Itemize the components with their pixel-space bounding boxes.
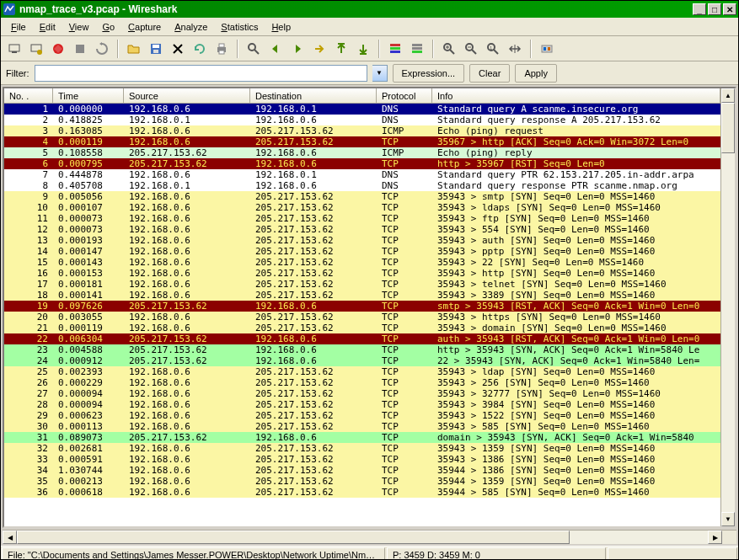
menu-file[interactable]: File <box>4 20 33 34</box>
cell: TCP <box>377 301 432 312</box>
cell: 35943 > pptp [SYN] Seq=0 Len=0 MSS=1460 <box>432 246 720 257</box>
packet-row[interactable]: 350.000213192.168.0.6205.217.153.62TCP35… <box>4 476 720 487</box>
packet-row[interactable]: 250.002393192.168.0.6205.217.153.62TCP35… <box>4 366 720 377</box>
packet-row[interactable]: 140.000147192.168.0.6205.217.153.62TCP35… <box>4 246 720 257</box>
open-icon[interactable] <box>124 39 144 59</box>
find-icon[interactable] <box>244 39 264 59</box>
packet-row[interactable]: 110.000073192.168.0.6205.217.153.62TCP35… <box>4 213 720 224</box>
column-header-no[interactable]: No. . <box>4 88 53 103</box>
cell: TCP <box>377 257 432 268</box>
packet-rows[interactable]: 10.000000192.168.0.6192.168.0.1DNSStanda… <box>4 104 720 526</box>
expression-button[interactable]: Expression... <box>393 64 465 83</box>
packet-row[interactable]: 290.000623192.168.0.6205.217.153.62TCP35… <box>4 410 720 421</box>
packet-row[interactable]: 220.006304205.217.153.62192.168.0.6TCPau… <box>4 333 720 344</box>
scroll-up-icon[interactable]: ▲ <box>721 88 735 103</box>
cell: Standard query A scanme.insecure.org <box>432 104 720 115</box>
first-icon[interactable] <box>331 39 351 59</box>
packet-row[interactable]: 70.444878192.168.0.6192.168.0.1DNSStanda… <box>4 169 720 180</box>
packet-row[interactable]: 280.000094192.168.0.6205.217.153.62TCP35… <box>4 399 720 410</box>
packet-row[interactable]: 40.000119192.168.0.6205.217.153.62TCP359… <box>4 136 720 147</box>
packet-row[interactable]: 100.000107192.168.0.6205.217.153.62TCP35… <box>4 202 720 213</box>
restart-icon[interactable] <box>92 39 112 59</box>
menu-view[interactable]: View <box>62 20 96 34</box>
packet-row[interactable]: 330.000591192.168.0.6205.217.153.62TCP35… <box>4 454 720 465</box>
packet-row[interactable]: 190.097626205.217.153.62192.168.0.6TCPsm… <box>4 301 720 312</box>
back-icon[interactable] <box>265 39 286 59</box>
print-icon[interactable] <box>212 39 232 59</box>
packet-row[interactable]: 270.000094192.168.0.6205.217.153.62TCP35… <box>4 388 720 399</box>
prefs-icon[interactable] <box>537 39 557 59</box>
packet-row[interactable]: 170.000181192.168.0.6205.217.153.62TCP35… <box>4 279 720 290</box>
packet-row[interactable]: 240.000912205.217.153.62192.168.0.6TCP22… <box>4 355 720 366</box>
menu-help[interactable]: Help <box>265 20 297 34</box>
start-icon[interactable] <box>48 39 68 59</box>
packet-row[interactable]: 20.418825192.168.0.1192.168.0.6DNSStanda… <box>4 115 720 125</box>
zoom-out-icon[interactable] <box>461 39 481 59</box>
scroll-down-icon[interactable]: ▼ <box>721 512 735 526</box>
packet-row[interactable]: 160.000153192.168.0.6205.217.153.62TCP35… <box>4 268 720 279</box>
packet-row[interactable]: 150.000143192.168.0.6205.217.153.62TCP35… <box>4 257 720 268</box>
last-icon[interactable] <box>353 39 373 59</box>
menu-capture[interactable]: Capture <box>121 20 168 34</box>
scroll-thumb[interactable] <box>721 103 735 153</box>
packet-row[interactable]: 180.000141192.168.0.6205.217.153.62TCP35… <box>4 290 720 301</box>
menu-go[interactable]: Go <box>95 20 121 34</box>
forward-icon[interactable] <box>287 39 308 59</box>
packet-row[interactable]: 30.163085192.168.0.6205.217.153.62ICMPEc… <box>4 125 720 136</box>
autoscroll-icon[interactable] <box>407 39 427 59</box>
packet-row[interactable]: 50.108558205.217.153.62192.168.0.6ICMPEc… <box>4 147 720 158</box>
packet-row[interactable]: 360.000618192.168.0.6205.217.153.62TCP35… <box>4 487 720 498</box>
packet-row[interactable]: 80.405708192.168.0.1192.168.0.6DNSStanda… <box>4 180 720 191</box>
cell: Standard query response PTR scanme.nmap.… <box>432 180 720 191</box>
column-header-time[interactable]: Time <box>53 88 124 103</box>
minimize-button[interactable]: _ <box>693 3 706 15</box>
column-header-info[interactable]: Info <box>432 88 720 103</box>
filter-dropdown-icon[interactable]: ▼ <box>372 65 388 82</box>
close-button[interactable]: ✕ <box>723 3 736 15</box>
scroll-right-icon[interactable]: ▶ <box>708 531 722 544</box>
packet-row[interactable]: 260.000229192.168.0.6205.217.153.62TCP35… <box>4 377 720 388</box>
interfaces-icon[interactable] <box>4 39 24 59</box>
column-header-protocol[interactable]: Protocol <box>377 88 432 103</box>
menu-statistics[interactable]: Statistics <box>214 20 265 34</box>
menu-analyze[interactable]: Analyze <box>168 20 214 34</box>
horizontal-scrollbar[interactable]: ◀ ▶ <box>3 530 736 544</box>
filter-input[interactable] <box>35 65 367 82</box>
cell: TCP <box>377 312 432 323</box>
vertical-scrollbar[interactable]: ▲ ▼ <box>720 88 735 526</box>
packet-row[interactable]: 210.000119192.168.0.6205.217.153.62TCP35… <box>4 323 720 333</box>
packet-row[interactable]: 130.000193192.168.0.6205.217.153.62TCP35… <box>4 235 720 246</box>
column-header-source[interactable]: Source <box>124 88 250 103</box>
packet-row[interactable]: 230.004588205.217.153.62192.168.0.6TCPht… <box>4 344 720 355</box>
resize-cols-icon[interactable] <box>505 39 525 59</box>
packet-row[interactable]: 90.005056192.168.0.6205.217.153.62TCP359… <box>4 191 720 202</box>
packet-row[interactable]: 341.030744192.168.0.6205.217.153.62TCP35… <box>4 465 720 476</box>
cell: 9 <box>4 191 53 202</box>
apply-button[interactable]: Apply <box>515 64 557 83</box>
goto-icon[interactable] <box>309 39 329 59</box>
save-icon[interactable] <box>146 39 166 59</box>
cell: 192.168.0.6 <box>124 312 250 323</box>
scroll-left-icon[interactable]: ◀ <box>3 531 17 544</box>
maximize-button[interactable]: □ <box>708 3 721 15</box>
options-icon[interactable] <box>26 39 46 59</box>
packet-row[interactable]: 310.089073205.217.153.62192.168.0.6TCPdo… <box>4 432 720 443</box>
colorize-icon[interactable] <box>385 39 405 59</box>
zoom-in-icon[interactable] <box>439 39 459 59</box>
packet-row[interactable]: 10.000000192.168.0.6192.168.0.1DNSStanda… <box>4 104 720 115</box>
close-icon[interactable] <box>168 39 188 59</box>
column-header-destination[interactable]: Destination <box>250 88 377 103</box>
menu-edit[interactable]: Edit <box>33 20 62 34</box>
packet-row[interactable]: 200.003055192.168.0.6205.217.153.62TCP35… <box>4 312 720 323</box>
stop-icon[interactable] <box>70 39 90 59</box>
packet-row[interactable]: 300.000113192.168.0.6205.217.153.62TCP35… <box>4 421 720 432</box>
zoom-reset-icon[interactable]: 1 <box>483 39 503 59</box>
clear-button[interactable]: Clear <box>469 64 510 83</box>
packet-row[interactable]: 320.002681192.168.0.6205.217.153.62TCP35… <box>4 443 720 454</box>
scroll-thumb-h[interactable] <box>17 531 570 544</box>
cell: 205.217.153.62 <box>124 432 250 443</box>
reload-icon[interactable] <box>190 39 210 59</box>
cell: 13 <box>4 235 53 246</box>
packet-row[interactable]: 60.000795205.217.153.62192.168.0.6TCPhtt… <box>4 158 720 169</box>
packet-row[interactable]: 120.000073192.168.0.6205.217.153.62TCP35… <box>4 224 720 235</box>
